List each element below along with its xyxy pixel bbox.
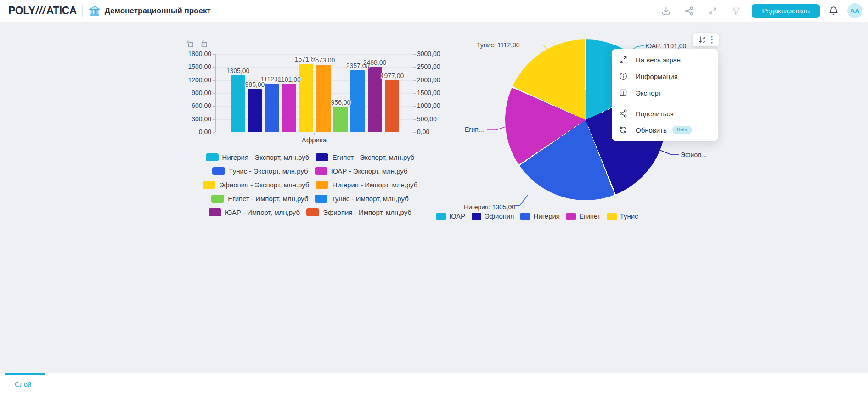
bar-chart-legend: Нигерия - Экспорт, млн.рубЕгипет - Экспо… xyxy=(184,153,436,222)
bar-2[interactable] xyxy=(248,89,262,132)
bar-3[interactable] xyxy=(265,84,279,132)
bar-value-label: 1101,00 xyxy=(278,76,301,83)
bar-5[interactable] xyxy=(299,64,313,132)
share-icon xyxy=(619,109,628,118)
bar-9[interactable] xyxy=(368,67,382,132)
legend-row: ЮАРЭфиопияНигерияЕгипетТунис xyxy=(433,212,641,220)
left-axis-tickmark xyxy=(213,80,215,81)
legend-item[interactable]: ЮАР xyxy=(436,212,465,220)
legend-label: Египет xyxy=(579,212,601,220)
export-icon xyxy=(619,88,628,97)
legend-item[interactable]: Тунис xyxy=(607,212,638,220)
bar-4[interactable] xyxy=(282,84,296,132)
legend-item[interactable]: Египет xyxy=(566,212,601,220)
pie-callout-label: Нигерия: 1305,00 xyxy=(464,203,515,211)
left-axis-tickmark xyxy=(213,93,215,94)
pie-callout-label: Егип... xyxy=(465,126,484,133)
app-window: POLY///ATICA Демонстрационный проект xyxy=(0,0,868,394)
legend-item[interactable]: ЮАР - Экспорт, млн.руб xyxy=(315,167,408,175)
legend-item[interactable]: Нигерия xyxy=(520,212,560,220)
legend-row: Тунис - Экспорт, млн.рубЮАР - Экспорт, м… xyxy=(209,167,411,175)
left-axis-tickmark xyxy=(213,119,215,120)
legend-item[interactable]: Тунис - Импорт, млн,руб xyxy=(315,195,408,203)
legend-label: Египет - Экспорт, млн.руб xyxy=(332,153,414,161)
share-icon[interactable] xyxy=(684,6,695,17)
menu-item-info[interactable]: Информация xyxy=(612,68,718,84)
kebab-menu-button[interactable] xyxy=(710,35,713,44)
legend-item[interactable]: Египет - Импорт, млн,руб xyxy=(211,195,308,203)
bar-1[interactable] xyxy=(231,75,245,132)
legend-swatch xyxy=(203,181,215,189)
legend-swatch xyxy=(316,181,328,189)
legend-row: Египет - Импорт, млн,рубТунис - Импорт, … xyxy=(208,195,411,203)
bar-7[interactable] xyxy=(333,107,348,132)
legend-item[interactable]: Египет - Экспорт, млн.руб xyxy=(316,153,414,161)
pie-callout-label: Эфиоп... xyxy=(681,151,706,158)
legend-item[interactable]: Эфиопия - Импорт, млн,руб xyxy=(306,208,411,216)
left-axis-tick-label: 0,00 xyxy=(199,129,211,135)
filter-icon[interactable] xyxy=(731,6,742,17)
select-zoom-icon[interactable] xyxy=(186,40,195,49)
layer-tab[interactable]: Слой xyxy=(15,380,31,388)
bar-value-label: 2573,00 xyxy=(312,56,335,64)
bar-6[interactable] xyxy=(316,65,331,132)
polymatica-logo: POLY///ATICA xyxy=(8,5,77,17)
legend-swatch xyxy=(316,153,328,161)
bar-value-label: 2488,00 xyxy=(363,59,387,66)
menu-item-export[interactable]: Экспорт xyxy=(612,84,718,101)
right-axis-tick-label: 2500,00 xyxy=(417,63,440,70)
right-axis-tickmark xyxy=(413,80,416,81)
legend-label: Тунис xyxy=(620,212,638,220)
legend-swatch xyxy=(306,208,319,216)
edit-button[interactable]: Редактировать xyxy=(752,4,820,18)
left-axis-tick-label: 900,00 xyxy=(192,90,211,96)
refresh-icon xyxy=(619,125,628,135)
notifications-bell-icon[interactable] xyxy=(828,6,839,17)
legend-item[interactable]: Нигерия - Экспорт, млн.руб xyxy=(206,153,310,161)
avatar[interactable]: AA xyxy=(847,3,862,18)
app-header: POLY///ATICA Демонстрационный проект xyxy=(0,0,868,22)
legend-swatch xyxy=(520,213,530,220)
legend-label: ЮАР - Экспорт, млн.руб xyxy=(331,167,408,175)
pie-widget-toolbar: A Z xyxy=(693,33,719,46)
right-axis-tick-label: 1500,00 xyxy=(417,90,440,96)
download-icon[interactable] xyxy=(660,6,671,17)
right-axis-tick-label: 0,00 xyxy=(417,129,429,135)
layer-tab-indicator xyxy=(5,373,45,375)
legend-row: Нигерия - Экспорт, млн.рубЕгипет - Экспо… xyxy=(203,153,418,161)
left-axis-tick-label: 1800,00 xyxy=(188,51,211,57)
legend-item[interactable]: Эфиопия xyxy=(472,212,514,220)
left-axis-tick-label: 300,00 xyxy=(192,116,211,123)
reset-zoom-icon[interactable] xyxy=(200,40,209,49)
right-axis-tick-label: 1000,00 xyxy=(417,102,440,109)
bar-10[interactable] xyxy=(385,80,399,132)
legend-label: Тунис - Импорт, млн,руб xyxy=(331,195,408,203)
bar-value-label: 1305,00 xyxy=(226,67,250,74)
legend-item[interactable]: Тунис - Экспорт, млн.руб xyxy=(212,167,308,175)
layers-bar: Слой xyxy=(0,373,868,394)
right-axis-tickmark xyxy=(413,93,416,94)
legend-item[interactable]: Нигерия - Импорт, млн,руб xyxy=(316,181,417,189)
right-axis-tickmark xyxy=(413,106,416,107)
header-actions: Редактировать AA xyxy=(648,3,862,18)
fullscreen-icon[interactable] xyxy=(707,6,718,17)
menu-item-refresh[interactable]: ОбновитьBeta xyxy=(612,122,718,138)
gridline xyxy=(216,54,413,55)
menu-item-share[interactable]: Поделиться xyxy=(612,105,718,122)
legend-label: Нигерия - Импорт, млн,руб xyxy=(332,181,417,189)
legend-item[interactable]: Эфиопия - Экспорт, млн.руб xyxy=(203,181,310,189)
left-axis-tick-label: 1500,00 xyxy=(188,63,211,70)
x-axis-label: Африка xyxy=(302,136,327,144)
menu-item-label: Экспорт xyxy=(636,89,661,97)
menu-item-fullscreen[interactable]: На весь экран xyxy=(612,51,718,68)
legend-swatch xyxy=(209,208,221,216)
bar-8[interactable] xyxy=(350,70,365,132)
right-axis-tickmark xyxy=(413,54,416,55)
sort-az-button[interactable]: A Z xyxy=(698,35,707,44)
project-bank-icon xyxy=(89,6,100,16)
legend-swatch xyxy=(315,195,327,203)
left-axis-tickmark xyxy=(213,67,215,68)
pie-callout-label: ЮАР: 1101,00 xyxy=(645,42,686,50)
legend-label: ЮАР xyxy=(449,212,465,220)
legend-item[interactable]: ЮАР - Импорт, млн,руб xyxy=(209,208,300,216)
